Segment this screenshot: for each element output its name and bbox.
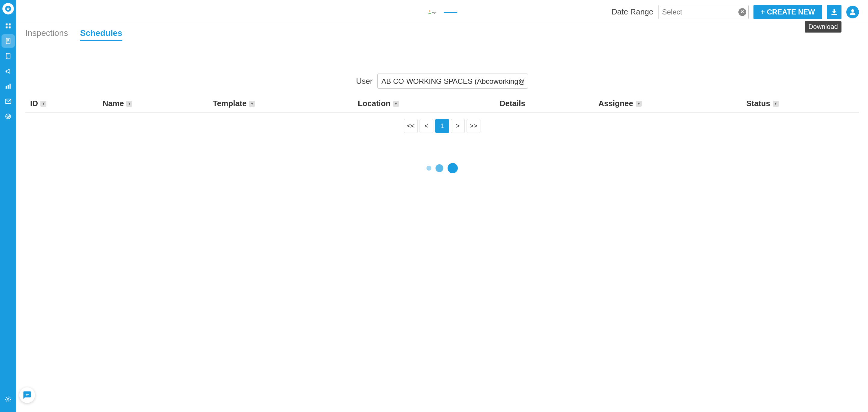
- download-tooltip: Download: [805, 21, 841, 33]
- svg-rect-18: [10, 84, 11, 89]
- col-header-template: Template: [208, 95, 353, 113]
- sort-id-icon[interactable]: [40, 101, 46, 107]
- clear-date-button[interactable]: ✕: [738, 8, 746, 16]
- content-area: User AB CO-WORKING SPACES (Abcoworking@T…: [16, 66, 868, 412]
- col-header-status: Status: [741, 95, 859, 113]
- sidebar-item-reports[interactable]: [1, 50, 15, 63]
- last-page-button[interactable]: >>: [467, 119, 480, 133]
- download-button[interactable]: [827, 5, 841, 19]
- date-range-label: Date Range: [612, 7, 653, 17]
- next-page-button[interactable]: >: [451, 119, 465, 133]
- svg-rect-2: [6, 24, 7, 25]
- svg-rect-17: [7, 85, 9, 89]
- col-header-assignee: Assignee: [593, 95, 741, 113]
- logo: logo: [427, 7, 457, 17]
- sort-location-icon[interactable]: [393, 101, 399, 107]
- svg-rect-16: [6, 86, 7, 89]
- header-right: Date Range ✕ + CREATE NEW Down: [612, 5, 859, 19]
- current-page-button[interactable]: 1: [435, 119, 449, 133]
- svg-point-24: [429, 10, 430, 11]
- user-selector-row: User AB CO-WORKING SPACES (Abcoworking@T…: [25, 66, 859, 95]
- sidebar-bottom: [1, 393, 15, 406]
- sidebar-item-inbox[interactable]: [1, 95, 15, 108]
- col-header-details: Details: [495, 95, 594, 113]
- svg-point-1: [7, 8, 9, 10]
- chat-button[interactable]: [19, 387, 35, 403]
- svg-point-23: [7, 399, 9, 400]
- svg-text:logo: logo: [432, 11, 437, 13]
- data-table: ID Name: [25, 95, 859, 113]
- sidebar: [0, 0, 16, 412]
- download-icon: [830, 8, 838, 16]
- date-range-wrapper: ✕: [658, 5, 749, 19]
- table-header-row: ID Name: [25, 95, 859, 113]
- sidebar-item-announcements[interactable]: [1, 64, 15, 78]
- svg-point-22: [7, 116, 9, 117]
- prev-page-button[interactable]: <: [420, 119, 433, 133]
- svg-point-27: [851, 9, 854, 12]
- svg-rect-14: [6, 70, 7, 72]
- sort-assignee-icon[interactable]: [636, 101, 642, 107]
- sidebar-item-target[interactable]: [1, 110, 15, 123]
- svg-rect-4: [6, 27, 7, 28]
- chat-icon: [23, 390, 32, 400]
- sidebar-item-inspections[interactable]: [1, 34, 15, 47]
- col-header-location: Location: [353, 95, 495, 113]
- loading-dot-small: [427, 166, 431, 170]
- loading-dot-large: [447, 163, 458, 173]
- tab-schedules[interactable]: Schedules: [80, 28, 122, 41]
- user-avatar[interactable]: [846, 6, 859, 19]
- sort-name-icon[interactable]: [126, 101, 132, 107]
- header-center: logo: [427, 7, 457, 17]
- first-page-button[interactable]: <<: [404, 119, 418, 133]
- sort-template-icon[interactable]: [249, 101, 255, 107]
- svg-rect-26: [832, 14, 837, 15]
- tab-inspections[interactable]: Inspections: [25, 28, 68, 41]
- sidebar-item-grid[interactable]: [1, 19, 15, 33]
- col-header-id: ID: [25, 95, 98, 113]
- create-new-button[interactable]: + CREATE NEW: [753, 5, 822, 19]
- sidebar-logo[interactable]: [2, 3, 14, 14]
- sort-status-icon[interactable]: [773, 101, 779, 107]
- loading-dot-medium: [435, 164, 443, 172]
- tab-navigation: Inspections Schedules: [16, 24, 868, 45]
- table-container: ID Name: [25, 95, 859, 412]
- date-range-input[interactable]: [658, 5, 749, 19]
- loading-indicator: [25, 139, 859, 197]
- pagination: << < 1 > >>: [25, 113, 859, 139]
- svg-rect-3: [9, 24, 10, 25]
- user-select[interactable]: AB CO-WORKING SPACES (Abcoworking@Test.C…: [377, 73, 528, 89]
- sidebar-item-analytics[interactable]: [1, 80, 15, 93]
- svg-rect-5: [9, 27, 10, 28]
- user-label: User: [356, 76, 373, 86]
- col-header-name: Name: [98, 95, 208, 113]
- main-content: logo Date Range ✕ + CREATE NEW: [16, 0, 868, 412]
- sidebar-item-settings[interactable]: [1, 393, 15, 406]
- top-header: logo Date Range ✕ + CREATE NEW: [16, 0, 868, 24]
